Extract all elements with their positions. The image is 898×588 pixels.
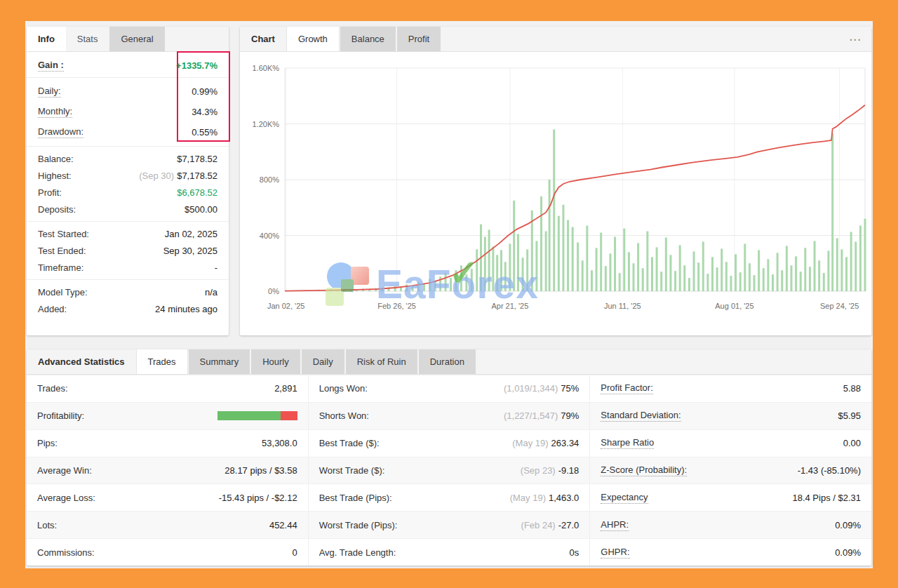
tab-advanced-statistics: Advanced Statistics	[27, 349, 136, 374]
tab-balance[interactable]: Balance	[340, 27, 396, 51]
tab-chart[interactable]: Chart	[240, 27, 286, 51]
info-row: Model Type:n/a	[38, 283, 217, 300]
profit-bar	[800, 272, 802, 291]
stat-value-wrap: Sep 30, 2025	[163, 246, 217, 256]
stat-value: 18.4 Pips / $2.31	[792, 493, 861, 503]
axis-tick-label: 1.60K%	[252, 64, 279, 72]
profit-bar	[411, 286, 413, 291]
profit-bar	[721, 248, 723, 291]
stat-value: 0.99%	[192, 86, 217, 97]
stat-value: +1335.7%	[176, 60, 217, 71]
tab-daily[interactable]: Daily	[302, 349, 344, 374]
stat-value: $5.95	[838, 410, 861, 421]
statistics-table: Trades:2,891Longs Won:(1,019/1,344)75%Pr…	[27, 375, 871, 566]
info-row: Profit:$6,678.52	[38, 184, 217, 201]
table-cell: Lots:452.44	[27, 512, 308, 538]
profit-bar	[476, 249, 478, 291]
stat-label[interactable]: Expectancy	[601, 492, 648, 504]
table-cell: Expectancy18.4 Pips / $2.31	[589, 484, 871, 511]
table-cell: Avg. Trade Length:0s	[308, 539, 590, 566]
stat-value: Sep 30, 2025	[163, 246, 217, 256]
profit-bar	[540, 196, 542, 291]
tab-profit[interactable]: Profit	[397, 27, 441, 51]
info-section: Test Started:Jan 02, 2025Test Ended:Sep …	[27, 222, 229, 280]
stat-value: 263.34	[551, 438, 579, 448]
stat-value-wrap: $500.00	[185, 204, 217, 215]
stat-label: Worst Trade ($):	[319, 465, 385, 476]
stat-value-wrap: (May 19)263.34	[512, 438, 579, 448]
stat-label[interactable]: Monthly:	[38, 106, 72, 118]
tab-risk-of-ruin[interactable]: Risk of Ruin	[346, 349, 417, 374]
profit-bar	[465, 274, 467, 291]
table-row: Pips:53,308.0Best Trade ($):(May 19)263.…	[27, 429, 871, 457]
profit-bar	[614, 236, 616, 291]
stat-value-wrap: 0.99%	[192, 86, 217, 97]
stat-label[interactable]: GHPR:	[601, 547, 629, 559]
stat-label[interactable]: Z-Score (Probability):	[601, 465, 687, 476]
stat-label[interactable]: AHPR:	[601, 519, 629, 531]
stat-label[interactable]: Sharpe Ratio	[601, 437, 654, 449]
info-section: Gain :+1335.7%	[27, 53, 229, 78]
stat-label[interactable]: Daily:	[38, 86, 61, 98]
info-row: Highest:(Sep 30)$7,178.52	[38, 167, 217, 184]
profit-bar	[836, 238, 838, 291]
table-row: Average Win:28.17 pips / $3.58Worst Trad…	[27, 457, 871, 484]
profit-bar	[500, 250, 502, 291]
info-row: Gain :+1335.7%	[38, 57, 217, 74]
profit-bar	[809, 267, 811, 291]
stat-value: 24 minutes ago	[155, 304, 217, 314]
profit-bar	[553, 129, 555, 291]
stat-value-wrap: (1,227/1,547)79%	[504, 410, 579, 421]
stat-value: $6,678.52	[177, 187, 217, 198]
profit-bar	[605, 266, 607, 291]
stat-value-date: (1,019/1,344)	[504, 383, 558, 394]
ellipsis-menu-icon[interactable]: ⋯	[849, 27, 862, 52]
table-row: Trades:2,891Longs Won:(1,019/1,344)75%Pr…	[27, 375, 871, 402]
stat-label[interactable]: Standard Deviation:	[601, 410, 681, 422]
stat-value-wrap: Jan 02, 2025	[165, 229, 217, 239]
tab-general[interactable]: General	[109, 27, 164, 51]
stat-value-wrap: 0.09%	[835, 547, 861, 558]
profit-bar	[400, 288, 402, 291]
tab-hourly[interactable]: Hourly	[251, 349, 300, 374]
tab-growth[interactable]: Growth	[286, 27, 340, 51]
stat-label: Commissions:	[37, 547, 95, 558]
stat-value-wrap: +1335.7%	[176, 60, 217, 71]
stat-value-wrap: $7,178.52	[177, 154, 217, 164]
stat-label: Test Ended:	[38, 246, 86, 256]
stat-value: 0	[292, 547, 297, 558]
stat-value-date: (May 19)	[510, 493, 546, 503]
axis-tick-label: Jun 11, '25	[604, 302, 641, 310]
stat-value-wrap: (1,019/1,344)75%	[504, 383, 579, 394]
stat-label: Profitability:	[37, 410, 84, 421]
profit-bar	[850, 232, 852, 291]
info-stats-list: Gain :+1335.7%Daily:0.99%Monthly:34.3%Dr…	[27, 52, 229, 321]
tab-duration[interactable]: Duration	[419, 349, 476, 374]
stat-label: Avg. Trade Length:	[319, 547, 396, 558]
stat-label: Best Trade (Pips):	[319, 493, 392, 503]
profit-bar	[735, 254, 737, 291]
info-row: Drawdown:0.55%	[38, 122, 217, 142]
axis-tick-label: 400%	[260, 232, 279, 240]
table-row: Average Loss:-15.43 pips / -$2.12Best Tr…	[27, 483, 871, 511]
axis-tick-label: Feb 26, '25	[377, 302, 416, 310]
stat-value: 0.09%	[835, 547, 861, 558]
profit-bar	[840, 249, 843, 291]
tab-summary[interactable]: Summary	[189, 349, 250, 374]
stat-label[interactable]: Drawdown:	[38, 126, 83, 138]
stat-label[interactable]: Gain :	[38, 60, 64, 72]
stat-label[interactable]: Profit Factor:	[601, 382, 652, 394]
stat-label: Worst Trade (Pips):	[319, 520, 398, 530]
profit-bar	[600, 233, 602, 291]
profit-bar	[711, 257, 713, 291]
table-cell: Best Trade ($):(May 19)263.34	[308, 430, 590, 457]
profit-bar	[429, 279, 431, 291]
tab-stats[interactable]: Stats	[66, 27, 109, 51]
profit-bar	[535, 241, 537, 291]
table-cell: Worst Trade (Pips):(Feb 24)-27.0	[308, 512, 590, 538]
stat-value-wrap: 2,891	[274, 383, 297, 394]
stat-value-wrap: 5.88	[843, 383, 861, 394]
profit-bar	[509, 243, 511, 291]
tab-info[interactable]: Info	[27, 27, 66, 51]
tab-trades[interactable]: Trades	[136, 349, 188, 374]
